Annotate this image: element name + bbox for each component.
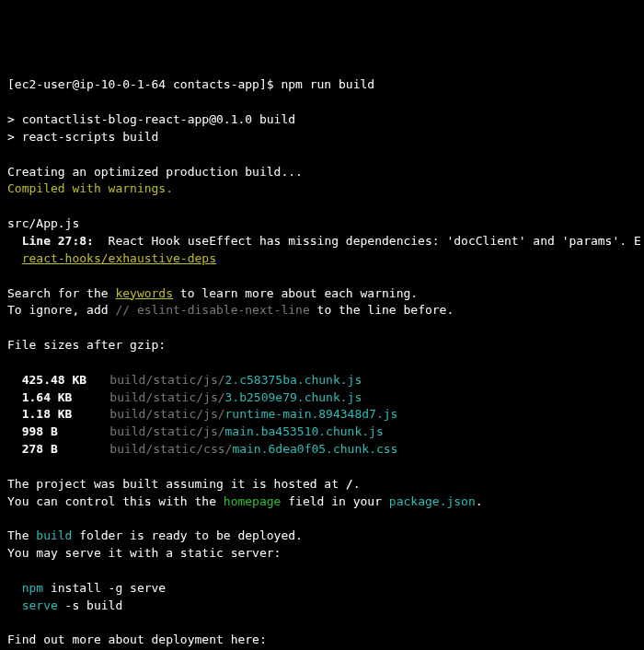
script-line: > contactlist-blog-react-app@0.1.0 build: [7, 111, 637, 129]
cmd-line: serve -s build: [7, 598, 637, 615]
shell-prompt: [ec2-user@ip-10-0-1-64 contacts-app]$ np…: [7, 76, 637, 94]
control-line: You can control this with the homepage f…: [7, 493, 637, 511]
warning-file: src/App.js: [7, 215, 637, 233]
compiled-status: Compiled with warnings.: [7, 180, 637, 198]
ready-line: The build folder is ready to be deployed…: [7, 528, 637, 545]
status-text: Creating an optimized production build..…: [7, 164, 637, 181]
warning-rule: react-hooks/exhaustive-deps: [7, 250, 637, 268]
file-row: 1.18 KB build/static/js/runtime-main.894…: [7, 406, 637, 424]
script-line: > react-scripts build: [7, 129, 637, 146]
file-row: 998 B build/static/js/main.ba453510.chun…: [7, 424, 637, 441]
ignore-hint: To ignore, add // eslint-disable-next-li…: [7, 302, 637, 319]
sizes-header: File sizes after gzip:: [7, 337, 637, 354]
hosted-line: The project was built assuming it is hos…: [7, 476, 637, 493]
terminal-output[interactable]: [ec2-user@ip-10-0-1-64 contacts-app]$ np…: [7, 76, 637, 650]
file-row: 1.64 KB build/static/js/3.b2509e79.chunk…: [7, 389, 637, 407]
file-row: 278 B build/static/css/main.6dea0f05.chu…: [7, 441, 637, 458]
file-row: 425.48 KB build/static/js/2.c58375ba.chu…: [7, 372, 637, 389]
cmd-line: npm install -g serve: [7, 580, 637, 598]
warning-line: Line 27:8: React Hook useEffect has miss…: [7, 233, 637, 250]
search-hint: Search for the keywords to learn more ab…: [7, 285, 637, 303]
serve-hint: You may serve it with a static server:: [7, 545, 637, 563]
deploy-hint: Find out more about deployment here:: [7, 632, 637, 649]
